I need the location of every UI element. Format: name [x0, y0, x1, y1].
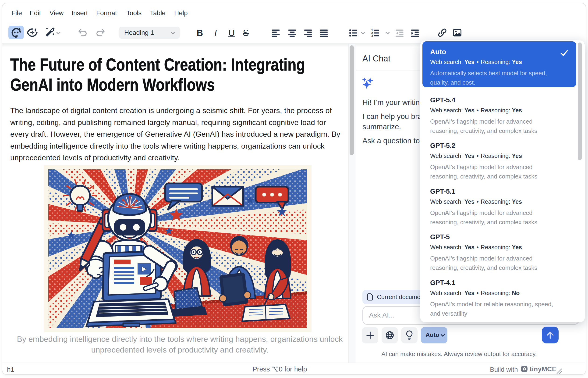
svg-text:3: 3	[371, 34, 373, 37]
